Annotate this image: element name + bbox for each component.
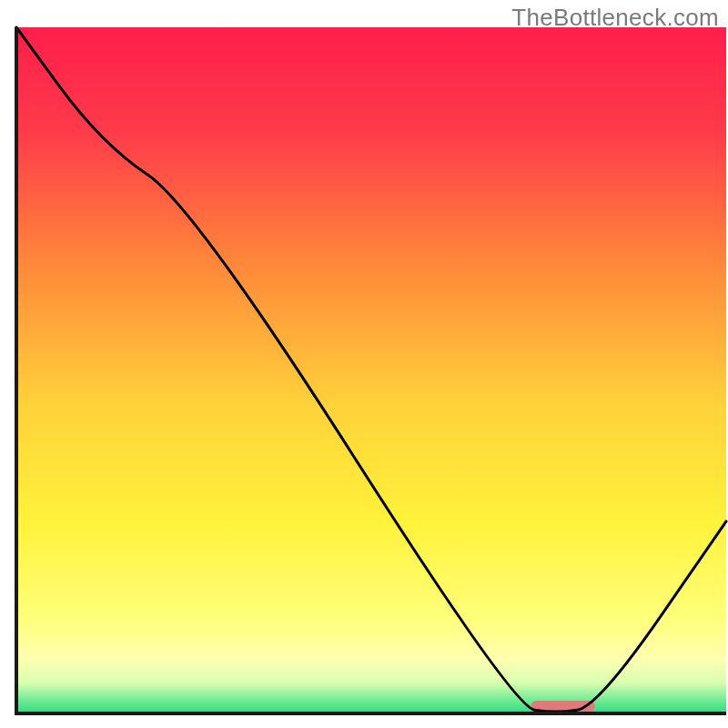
bottleneck-chart	[0, 0, 728, 728]
watermark-text: TheBottleneck.com	[511, 4, 719, 32]
gradient-background	[16, 27, 726, 713]
